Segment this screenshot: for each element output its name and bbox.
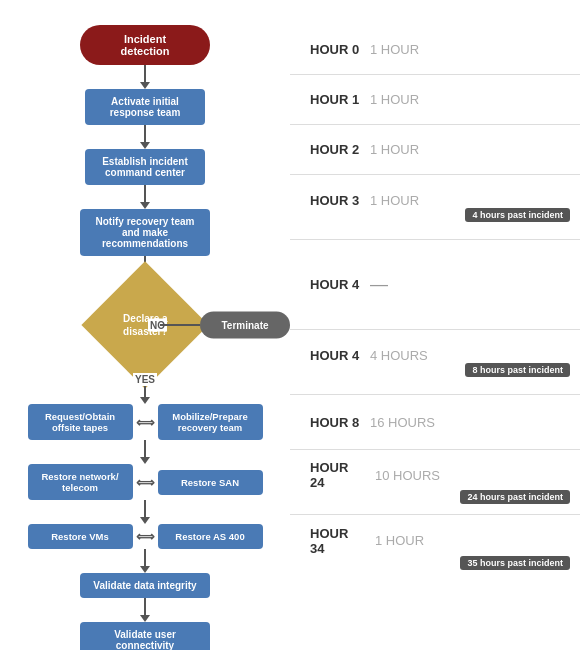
tl-duration-3: 1 HOUR — [360, 193, 419, 208]
tl-hour-4a: HOUR 4 — [290, 277, 360, 292]
tl-hour-2: HOUR 2 — [290, 142, 360, 157]
tl-hour-8: HOUR 34 — [290, 526, 365, 556]
node-request: Request/Obtain offsite tapes — [28, 404, 133, 440]
timeline-section: HOUR 0 1 HOUR HOUR 1 1 HOUR HOUR 2 1 HOU… — [290, 10, 580, 650]
node-activate: Activate initial response team — [85, 89, 205, 125]
double-arrow-3: ⟺ — [133, 529, 158, 544]
tl-hour-5: HOUR 4 — [290, 348, 360, 363]
h-line-to-terminate — [160, 324, 200, 326]
tl-badge-3: 4 hours past incident — [465, 208, 570, 222]
tl-hour-6: HOUR 8 — [290, 415, 360, 430]
tl-row-7: HOUR 24 10 HOURS 24 hours past incident — [290, 450, 580, 515]
tl-row-0: HOUR 0 1 HOUR — [290, 25, 580, 75]
step-validate-data: Validate data integrity — [80, 573, 210, 598]
tl-row-2: HOUR 2 1 HOUR — [290, 125, 580, 175]
tl-duration-6: 16 HOURS — [360, 415, 435, 430]
double-arrow-2: ⟺ — [133, 475, 158, 490]
tl-badge-7: 24 hours past incident — [460, 490, 570, 504]
step-notify: Notify recovery team and make recommenda… — [80, 209, 210, 256]
tl-hour-0: HOUR 0 — [290, 42, 360, 57]
node-establish: Establish incident command center — [85, 149, 205, 185]
double-arrow-1: ⟺ — [133, 415, 158, 430]
tl-duration-8: 1 HOUR — [365, 533, 424, 548]
flow-section: Incident detection Activate initial resp… — [0, 10, 290, 650]
step-row-3: Restore VMs ⟺ Restore AS 400 — [0, 524, 290, 549]
tl-row-5: HOUR 4 4 HOURS 8 hours past incident — [290, 330, 580, 395]
tl-row-3: HOUR 3 1 HOUR 4 hours past incident — [290, 175, 580, 240]
yes-label: YES — [133, 373, 157, 386]
tl-row-6: HOUR 8 16 HOURS — [290, 395, 580, 450]
node-restore-san: Restore SAN — [158, 470, 263, 495]
diagram-container: Incident detection Activate initial resp… — [0, 0, 580, 650]
node-mobilize: Mobilize/Prepare recovery team — [158, 404, 263, 440]
tl-duration-5: 4 HOURS — [360, 348, 428, 363]
node-restore-as400: Restore AS 400 — [158, 524, 263, 549]
step-incident: Incident detection — [80, 25, 210, 65]
tl-badge-8: 35 hours past incident — [460, 556, 570, 570]
node-restore-vms: Restore VMs — [28, 524, 133, 549]
tl-hour-7: HOUR 24 — [290, 460, 365, 490]
node-validate-data: Validate data integrity — [80, 573, 210, 598]
step-declare: Declare a disaster? NO Terminate YES — [0, 280, 290, 370]
tl-hour-1: HOUR 1 — [290, 92, 360, 107]
tl-row-8: HOUR 34 1 HOUR 35 hours past incident — [290, 515, 580, 580]
step-activate: Activate initial response team — [85, 89, 205, 125]
tl-duration-4a: — — [360, 274, 388, 295]
step-establish: Establish incident command center — [85, 149, 205, 185]
node-terminate: Terminate — [200, 312, 290, 339]
step-row-1: Request/Obtain offsite tapes ⟺ Mobilize/… — [0, 404, 290, 440]
node-notify: Notify recovery team and make recommenda… — [80, 209, 210, 256]
tl-duration-0: 1 HOUR — [360, 42, 419, 57]
step-row-2: Restore network/ telecom ⟺ Restore SAN — [0, 464, 290, 500]
step-validate-user: Validate user connectivity — [80, 622, 210, 650]
node-incident: Incident detection — [80, 25, 210, 65]
tl-row-1: HOUR 1 1 HOUR — [290, 75, 580, 125]
tl-duration-7: 10 HOURS — [365, 468, 440, 483]
tl-duration-1: 1 HOUR — [360, 92, 419, 107]
tl-hour-3: HOUR 3 — [290, 193, 360, 208]
tl-badge-5: 8 hours past incident — [465, 363, 570, 377]
node-restore-net: Restore network/ telecom — [28, 464, 133, 500]
tl-row-4: HOUR 4 — — [290, 240, 580, 330]
node-validate-user: Validate user connectivity — [80, 622, 210, 650]
tl-duration-2: 1 HOUR — [360, 142, 419, 157]
